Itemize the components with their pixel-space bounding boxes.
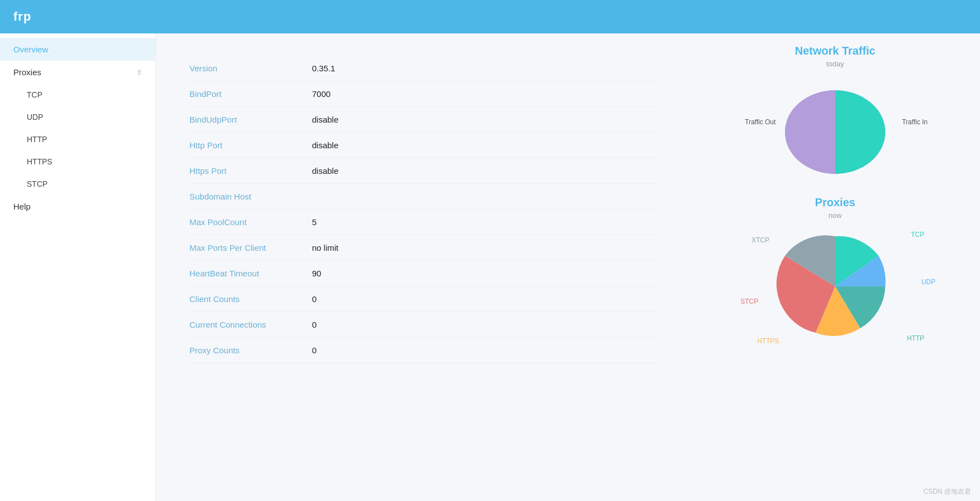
info-row-label: HeartBeat Timeout [189, 269, 312, 278]
info-row-label: BindUdpPort [189, 115, 312, 124]
https-label: HTTPS [757, 337, 779, 345]
sidebar-item-stcp[interactable]: STCP [0, 173, 155, 195]
info-row: HeartBeat Timeout90 [189, 261, 657, 286]
info-row: Https Portdisable [189, 158, 657, 184]
info-row: Version0.35.1 [189, 56, 657, 81]
info-row-value: no limit [312, 243, 339, 252]
network-traffic-title: Network Traffic [795, 45, 875, 57]
network-traffic-chart: Traffic Out Traffic In [740, 74, 930, 185]
app-title: frp [13, 9, 31, 24]
proxies-pie-chart: TCP UDP HTTP HTTPS STCP XTCP [729, 225, 941, 348]
tcp-label: TCP [911, 231, 924, 239]
info-row-value: 5 [312, 217, 316, 227]
sidebar: Overview Proxies ⇧ TCP UDP HTTP HTTPS ST… [0, 33, 156, 501]
sidebar-item-help[interactable]: Help [0, 195, 155, 218]
sidebar-item-https[interactable]: HTTPS [0, 150, 155, 173]
info-row-label: BindPort [189, 89, 312, 99]
info-table: Version0.35.1BindPort7000BindUdpPortdisa… [189, 56, 657, 363]
footer-note: CSDN @地农君 [923, 487, 971, 497]
info-row-value: disable [312, 115, 339, 124]
sidebar-item-http[interactable]: HTTP [0, 128, 155, 150]
udp-label: UDP [922, 278, 935, 286]
info-row-value: 0 [312, 294, 316, 304]
info-row: Current Connections0 [189, 312, 657, 338]
app-header: frp [0, 0, 980, 33]
info-row-value: disable [312, 166, 339, 176]
info-row-label: Proxy Counts [189, 346, 312, 355]
info-row-value: 0 [312, 320, 316, 329]
xtcp-label: XTCP [752, 236, 769, 244]
info-row: Http Portdisable [189, 133, 657, 158]
info-row: Proxy Counts0 [189, 338, 657, 363]
info-row-label: Client Counts [189, 294, 312, 304]
info-row: Max PoolCount5 [189, 210, 657, 235]
info-row: BindPort7000 [189, 81, 657, 107]
sidebar-item-proxies[interactable]: Proxies ⇧ [0, 61, 155, 84]
info-row-value: 0.35.1 [312, 64, 335, 73]
traffic-in-label: Traffic In [902, 118, 928, 126]
info-row-label: Max PoolCount [189, 217, 312, 227]
charts-panel: Network Traffic today Traffic Out Traffi… [690, 33, 980, 501]
proxies-chart-title: Proxies [815, 196, 855, 209]
proxies-chart-section: Proxies now [707, 196, 963, 348]
info-row-label: Version [189, 64, 312, 73]
traffic-pie-svg [774, 82, 896, 177]
info-row-value: 90 [312, 269, 321, 278]
info-row-label: Http Port [189, 140, 312, 150]
main-content: Version0.35.1BindPort7000BindUdpPortdisa… [156, 33, 980, 501]
chevron-up-icon: ⇧ [136, 69, 142, 76]
sidebar-item-udp[interactable]: UDP [0, 106, 155, 128]
traffic-out-label: Traffic Out [745, 118, 776, 126]
info-row: Subdomain Host [189, 184, 657, 210]
info-row: BindUdpPortdisable [189, 107, 657, 133]
info-row-value: 7000 [312, 89, 330, 99]
info-row: Client Counts0 [189, 286, 657, 312]
network-traffic-section: Network Traffic today Traffic Out Traffi… [707, 45, 963, 185]
main-layout: Overview Proxies ⇧ TCP UDP HTTP HTTPS ST… [0, 33, 980, 501]
info-row-label: Current Connections [189, 320, 312, 329]
proxies-chart-subtitle: now [828, 211, 842, 220]
network-traffic-subtitle: today [826, 60, 844, 68]
stcp-label: STCP [740, 298, 758, 305]
info-row-value: 0 [312, 346, 316, 355]
info-row-label: Subdomain Host [189, 192, 312, 201]
http-label: HTTP [907, 334, 924, 342]
info-row: Max Ports Per Clientno limit [189, 235, 657, 261]
info-row-value: disable [312, 140, 339, 150]
info-row-label: Https Port [189, 166, 312, 176]
info-panel: Version0.35.1BindPort7000BindUdpPortdisa… [156, 33, 690, 501]
sidebar-item-tcp[interactable]: TCP [0, 84, 155, 106]
info-row-label: Max Ports Per Client [189, 243, 312, 252]
sidebar-item-overview[interactable]: Overview [0, 38, 155, 61]
